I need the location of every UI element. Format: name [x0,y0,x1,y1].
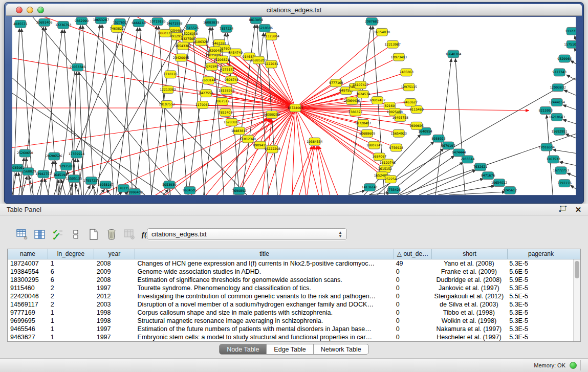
graph-node[interactable]: 24364436 [344,97,360,105]
graph-node[interactable]: 10483812 [231,127,247,135]
graph-node[interactable]: 4035061 [12,164,25,172]
table-cell[interactable]: 1 [48,259,94,268]
graph-node[interactable]: 1112734 [565,27,576,35]
table-cell[interactable]: 1997 [94,325,135,333]
network-view-canvas[interactable]: 4035571206914061223679398629901065328715… [12,16,576,195]
graph-node[interactable]: 18107552 [159,101,175,108]
graph-node[interactable]: 8215953 [538,106,553,114]
table-cell[interactable]: 6 [48,276,94,284]
graph-node[interactable]: 20691406 [36,18,52,26]
graph-node[interactable]: 4275172 [221,66,235,74]
table-row[interactable]: 1456911722003Disruption of a novel membe… [8,300,573,309]
graph-node[interactable]: 8938923 [431,135,446,142]
graph-node[interactable]: 2933514 [461,156,475,163]
table-cell[interactable]: 0 [394,276,431,284]
table-cell[interactable]: 5.3E-5 [507,309,573,317]
table-cell[interactable]: 2008 [94,276,135,284]
table-cell[interactable]: 14569117 [8,300,48,309]
table-cell[interactable]: 5.3E-5 [507,317,573,325]
graph-node[interactable]: 17957253 [83,177,99,185]
table-cell[interactable]: 0 [394,268,431,276]
table-cell[interactable]: 2 [48,300,94,309]
table-cell[interactable]: 5.3E-5 [507,284,573,292]
table-cell[interactable]: 0 [394,292,431,300]
graph-node[interactable]: 25260650 [17,149,33,157]
graph-node[interactable]: 8186328 [194,38,208,46]
graph-node[interactable]: 6466160 [132,19,146,27]
graph-node[interactable]: 20206526 [46,152,62,160]
column-header-year[interactable]: year [94,249,135,259]
table-cell[interactable]: 1 [48,309,94,317]
graph-node[interactable]: 18998402 [126,189,142,195]
graph-node[interactable]: 23420046 [173,54,189,61]
graph-node[interactable]: 10973493 [391,53,407,61]
table-cell[interactable]: 5.5E-5 [507,292,573,300]
table-cell[interactable]: 1 [48,325,94,333]
graph-node[interactable]: 17359924 [69,150,84,158]
graph-node[interactable]: 20053346 [70,63,85,71]
column-header-title[interactable]: title [135,249,394,259]
graph-node[interactable]: 16495758 [393,114,408,121]
graph-node[interactable]: 6679197 [441,142,455,149]
table-cell[interactable]: 18300295 [8,276,48,284]
graph-node[interactable]: 11325804 [263,32,279,40]
table-cell[interactable]: Franke et al. (2009) [431,268,507,276]
graph-node[interactable]: 18807249 [366,141,382,149]
graph-node[interactable]: 2603144 [202,77,216,84]
graph-node[interactable]: 15218506 [257,24,273,32]
delete-column-icon[interactable] [105,228,118,241]
table-cell[interactable]: 2012 [94,292,135,300]
graph-node[interactable]: 18720407 [355,119,371,127]
table-row[interactable]: 946362711997Embryonic stem cells: a mode… [8,333,573,341]
graph-node[interactable]: 7857224 [220,25,234,32]
table-row[interactable]: 1872400712008Changes of HCN gene express… [8,259,573,268]
network-window-titlebar[interactable]: citations_edges.txt [6,4,582,16]
graph-node[interactable]: 16083839 [203,18,219,26]
graph-node[interactable]: 8813054 [249,17,264,24]
table-cell[interactable]: 5.3E-5 [507,333,573,341]
table-cell[interactable]: 18724007 [8,259,48,268]
graph-node[interactable]: 8454749 [229,49,243,56]
graph-node[interactable]: 16210643 [549,113,564,121]
table-cell[interactable]: 2009 [94,268,135,276]
table-cell[interactable]: 22420046 [8,292,48,300]
table-row[interactable]: 977716911998Corpus callosum shape and si… [8,309,573,317]
tab-node-table[interactable]: Node Table [220,344,267,354]
graph-node[interactable]: 1167533 [546,156,560,163]
graph-node[interactable]: 2718126 [163,71,178,78]
graph-node[interactable]: 9862990 [75,17,89,25]
graph-node[interactable]: 8427552 [199,90,213,97]
table-cell[interactable]: 5.3E-5 [507,300,573,309]
network-table-selector[interactable]: citations_edges.txt ▲▼ [147,228,347,240]
graph-node[interactable]: 12975115 [401,83,417,91]
table-cell[interactable]: 49 [394,259,431,268]
table-cell[interactable]: 1998 [94,317,135,325]
column-header-pagerank[interactable]: pagerank [508,249,574,259]
vertical-scrollbar[interactable] [573,259,580,341]
table-cell[interactable]: 6 [48,268,94,276]
table-cell[interactable]: de Silva et al. (2003) [431,300,507,309]
float-panel-icon[interactable] [558,205,568,213]
table-row[interactable]: 1830029562008Estimation of significance … [8,276,573,284]
graph-node[interactable]: 7463822 [110,25,124,32]
graph-node[interactable]: 15751074 [564,40,576,48]
create-column-icon[interactable] [87,228,100,241]
table-cell[interactable]: 5.6E-5 [507,268,573,276]
selection-mode-icon[interactable]: ✔ ✔ ✔ [51,228,64,241]
graph-node[interactable]: 14671938 [166,19,182,27]
graph-node[interactable]: 16648784 [445,50,461,58]
graph-node[interactable]: 9222031 [264,60,278,68]
table-mode-icon[interactable]: ⚙ [15,228,29,241]
row-height-icon[interactable] [69,228,82,241]
show-column-icon[interactable] [33,228,47,241]
network-graph[interactable]: 4035571206914061223679398629901065328715… [12,17,576,195]
close-panel-icon[interactable]: ✕ [574,205,583,213]
table-cell[interactable]: Estimation of the future numbers of pati… [135,325,394,333]
table-cell[interactable]: 2 [48,284,94,292]
scrollbar-thumb[interactable] [575,261,579,278]
table-cell[interactable]: 1998 [94,309,135,317]
graph-node[interactable]: 15692951 [551,127,567,135]
graph-node[interactable]: 12093832 [550,84,565,92]
table-cell[interactable]: 2003 [94,300,135,309]
table-cell[interactable]: Structural magnetic resonance image aver… [135,317,394,325]
